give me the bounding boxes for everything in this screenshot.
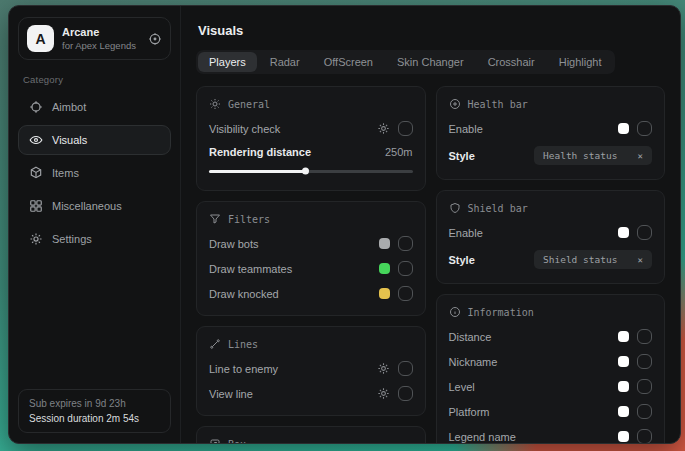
slider-value: 250m	[385, 146, 413, 158]
color-swatch[interactable]	[618, 406, 629, 417]
shield-icon	[449, 202, 461, 214]
setting-label: Level	[449, 381, 475, 393]
health-bar-card: Health bar Enable Style Health status	[436, 86, 666, 180]
setting-label: Line to enemy	[209, 363, 278, 375]
color-swatch[interactable]	[379, 238, 390, 249]
platform-checkbox[interactable]	[637, 404, 652, 419]
setting-row: Line to enemy	[209, 356, 413, 381]
brand-title: Arcane	[62, 26, 140, 38]
setting-label: Legend name	[449, 431, 516, 443]
brand-card: A Arcane for Apex Legends	[18, 17, 171, 60]
health-style-select[interactable]: Health status ✕	[534, 146, 652, 165]
box-icon	[209, 438, 221, 443]
app-window: A Arcane for Apex Legends Category Aimbo…	[8, 5, 681, 444]
setting-row: Rendering distance 250m	[209, 141, 413, 163]
draw-knocked-checkbox[interactable]	[398, 286, 413, 301]
select-value: Health status	[543, 150, 617, 161]
color-swatch[interactable]	[618, 356, 629, 367]
tab-players[interactable]: Players	[198, 52, 257, 72]
draw-bots-checkbox[interactable]	[398, 236, 413, 251]
sidebar-item-label: Settings	[52, 233, 92, 245]
information-card: Information Distance Nickname	[436, 294, 666, 443]
color-swatch[interactable]	[379, 288, 390, 299]
card-title: Box	[228, 439, 246, 444]
setting-row: Style Shield status ✕	[449, 245, 653, 274]
brand-subtitle: for Apex Legends	[62, 40, 140, 51]
nickname-checkbox[interactable]	[637, 354, 652, 369]
select-value: Shield status	[543, 254, 617, 265]
rendering-distance-slider[interactable]	[209, 165, 413, 177]
gear-icon	[29, 232, 43, 246]
view-line-checkbox[interactable]	[398, 386, 413, 401]
tab-crosshair[interactable]: Crosshair	[477, 52, 546, 72]
setting-label: Distance	[449, 331, 492, 343]
setting-label: Platform	[449, 406, 490, 418]
setting-row: Nickname	[449, 349, 653, 374]
visibility-check-checkbox[interactable]	[398, 121, 413, 136]
sidebar-item-miscellaneous[interactable]: Miscellaneous	[18, 191, 171, 221]
card-title: Information	[468, 307, 534, 318]
shield-bar-enable-checkbox[interactable]	[637, 225, 652, 240]
color-swatch[interactable]	[618, 123, 629, 134]
clear-icon[interactable]: ✕	[638, 255, 643, 265]
setting-row: Draw teammates	[209, 256, 413, 281]
setting-label: View line	[209, 388, 253, 400]
subscription-card: Sub expires in 9d 23h Session duration 2…	[18, 389, 171, 433]
setting-row: Draw bots	[209, 231, 413, 256]
draw-teammates-checkbox[interactable]	[398, 261, 413, 276]
setting-label: Draw teammates	[209, 263, 292, 275]
page-title: Visuals	[198, 23, 663, 38]
setting-row: Platform	[449, 399, 653, 424]
distance-checkbox[interactable]	[637, 329, 652, 344]
general-card: General Visibility check Rendering dista…	[196, 86, 426, 191]
row-gear-icon[interactable]	[377, 362, 390, 375]
shield-style-select[interactable]: Shield status ✕	[534, 250, 652, 269]
level-checkbox[interactable]	[637, 379, 652, 394]
shield-bar-card: Shield bar Enable Style Shield status	[436, 190, 666, 284]
line-to-enemy-checkbox[interactable]	[398, 361, 413, 376]
legend-name-checkbox[interactable]	[637, 429, 652, 443]
color-swatch[interactable]	[618, 331, 629, 342]
row-gear-icon[interactable]	[377, 122, 390, 135]
health-bar-enable-checkbox[interactable]	[637, 121, 652, 136]
session-duration-text: Session duration 2m 54s	[29, 413, 160, 424]
setting-row: Visibility check	[209, 116, 413, 141]
tab-offscreen[interactable]: OffScreen	[313, 52, 384, 72]
setting-label: Enable	[449, 227, 483, 239]
sidebar-item-items[interactable]: Items	[18, 158, 171, 188]
setting-label: Style	[449, 150, 475, 162]
sidebar-item-label: Visuals	[52, 134, 87, 146]
color-swatch[interactable]	[618, 431, 629, 442]
app-logo: A	[27, 25, 54, 52]
sidebar-item-settings[interactable]: Settings	[18, 224, 171, 254]
sub-expires-text: Sub expires in 9d 23h	[29, 398, 160, 409]
eye-icon	[29, 133, 43, 147]
info-icon	[449, 306, 461, 318]
setting-label: Visibility check	[209, 123, 280, 135]
setting-row: Enable	[449, 220, 653, 245]
color-swatch[interactable]	[618, 227, 629, 238]
color-swatch[interactable]	[618, 381, 629, 392]
slider-knob[interactable]	[302, 168, 309, 175]
setting-row: Legend name	[449, 424, 653, 443]
clear-icon[interactable]: ✕	[638, 151, 643, 161]
tab-highlight[interactable]: Highlight	[548, 52, 613, 72]
sidebar-item-label: Items	[52, 167, 79, 179]
tab-skin-changer[interactable]: Skin Changer	[386, 52, 475, 72]
row-gear-icon[interactable]	[377, 387, 390, 400]
sidebar-item-aimbot[interactable]: Aimbot	[18, 92, 171, 122]
color-swatch[interactable]	[379, 263, 390, 274]
sidebar-nav: Aimbot Visuals Items Miscellaneous	[18, 92, 171, 254]
card-title: General	[228, 99, 270, 110]
tab-radar[interactable]: Radar	[259, 52, 311, 72]
setting-row: Distance	[449, 324, 653, 349]
setting-label: Rendering distance	[209, 146, 311, 158]
setting-label: Draw knocked	[209, 288, 279, 300]
setting-row: Level	[449, 374, 653, 399]
setting-row: Draw knocked	[209, 281, 413, 306]
target-icon[interactable]	[148, 32, 162, 46]
setting-label: Style	[449, 254, 475, 266]
funnel-icon	[209, 213, 221, 225]
sidebar-item-visuals[interactable]: Visuals	[18, 125, 171, 155]
setting-row: Enable	[449, 116, 653, 141]
